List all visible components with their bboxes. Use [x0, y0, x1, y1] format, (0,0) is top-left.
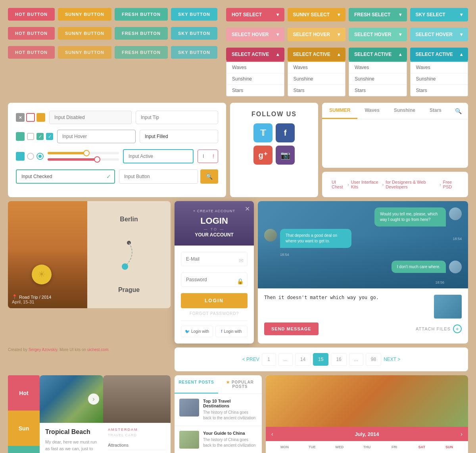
sunny-button-1[interactable]: SUNNY BUTTON — [58, 8, 111, 21]
blue-swatch[interactable] — [16, 152, 25, 161]
search-tab-icon[interactable]: 🔍 — [449, 103, 468, 119]
fresh-tab[interactable]: Fresh — [8, 446, 40, 453]
sunny-select[interactable]: Sunny Select ▾ — [288, 8, 346, 21]
send-message-button[interactable]: SEND MESSAGE — [264, 322, 319, 335]
input-button-field[interactable] — [119, 169, 198, 184]
breadcrumb-item-1[interactable]: UI Chest — [332, 180, 345, 189]
fresh-button-1[interactable]: FRESH BUTTON — [115, 8, 168, 21]
option-waves-sunny[interactable]: Waves — [288, 62, 345, 73]
recent-posts-tab[interactable]: RESENT POSTS — [175, 375, 218, 393]
option-stars-sunny[interactable]: Stars — [288, 85, 345, 96]
option-sunshine-sunny[interactable]: Sunshine — [288, 73, 345, 85]
forgot-password[interactable]: FORGOT PASSWORD? — [181, 311, 248, 316]
login-close-button[interactable]: ✕ — [245, 205, 250, 213]
cal-day-4[interactable]: 4 — [381, 451, 408, 453]
popular-posts-tab[interactable]: ★ POPULAR POSTS — [218, 375, 262, 393]
page-14[interactable]: 14 — [295, 353, 311, 366]
checkbox-empty[interactable] — [27, 133, 34, 140]
input-tip[interactable] — [136, 111, 218, 124]
page-1[interactable]: 1 — [262, 353, 276, 366]
calendar-prev-button[interactable]: ‹ — [271, 431, 273, 437]
sunny-button-3[interactable]: SUNNY BUTTON — [58, 46, 111, 59]
post-title-1[interactable]: Top 10 Travel Destinations — [203, 399, 257, 408]
sun-tab[interactable]: Sun — [8, 411, 40, 446]
chat-textarea[interactable]: Then it doesn't matter which way you go. — [264, 295, 430, 319]
facebook-login-button[interactable]: f Login with — [215, 326, 248, 337]
checkbox-checked-blue[interactable]: ✓ — [46, 133, 53, 140]
sky-select-active[interactable]: Select Active ▴ Waves Sunshine Stars — [410, 48, 468, 96]
sky-select[interactable]: Sky Select ▾ — [410, 8, 468, 21]
input-error[interactable] — [198, 150, 218, 163]
green-swatch[interactable] — [16, 132, 25, 141]
twitter-button[interactable]: 𝕋 — [253, 123, 273, 142]
fresh-select-active[interactable]: Select Active ▴ Waves Sunshine Stars — [349, 48, 407, 96]
breadcrumb-item-3[interactable]: for Designers & Web Developers — [386, 180, 438, 189]
attach-files-button[interactable]: ATTACH FILES + — [416, 324, 462, 333]
next-page-button[interactable]: NEXT > — [384, 357, 400, 362]
email-input[interactable] — [181, 252, 248, 266]
tab-waves[interactable]: Waves — [357, 103, 387, 119]
hot-button-2[interactable]: HOT BUTTON — [8, 27, 55, 40]
login-create-account[interactable]: + CREATE ACCOUNT — [182, 209, 246, 213]
breadcrumb-item-4[interactable]: Free PSD — [443, 180, 459, 189]
blog-nav-arrow[interactable]: › — [88, 393, 99, 405]
attach-plus-icon[interactable]: + — [453, 324, 462, 333]
hot-select-hover[interactable]: Select Hover ▾ — [226, 28, 284, 41]
gplus-button[interactable]: g⁺ — [253, 146, 273, 165]
option-waves-fresh[interactable]: Waves — [349, 62, 407, 73]
sky-button-3[interactable]: SKY BUTTON — [171, 46, 217, 59]
login-button[interactable]: LOGIN — [181, 293, 248, 308]
sunny-select-active[interactable]: Select Active ▴ Waves Sunshine Stars — [288, 48, 346, 96]
cal-day-6[interactable]: 6 — [436, 451, 463, 453]
sky-button-2[interactable]: SKY BUTTON — [171, 27, 217, 40]
amsterdam-menu-1[interactable]: Attractions — [108, 440, 166, 450]
fresh-select[interactable]: Fresh Select ▾ — [349, 8, 407, 21]
page-98[interactable]: 98 — [366, 353, 381, 366]
fresh-button-2[interactable]: FRESH BUTTON — [115, 27, 168, 40]
cal-day-1[interactable]: 1 — [299, 451, 325, 453]
red-outline-swatch[interactable] — [26, 113, 35, 122]
cal-day-5[interactable]: 5 — [409, 451, 435, 453]
sunny-button-2[interactable]: SUNNY BUTTON — [58, 27, 111, 40]
search-button[interactable]: 🔍 — [200, 169, 218, 184]
input-disabled[interactable] — [49, 111, 132, 124]
author-link[interactable]: Sergey Azovskiy — [29, 347, 58, 352]
page-16[interactable]: 16 — [331, 353, 346, 366]
option-stars-sky[interactable]: Stars — [411, 85, 468, 96]
page-15-active[interactable]: 15 — [313, 353, 328, 366]
twitter-login-button[interactable]: 🐦 Login with — [181, 326, 213, 337]
option-sunshine-sky[interactable]: Sunshine — [411, 73, 468, 85]
option-waves-sky[interactable]: Waves — [411, 62, 468, 73]
option-stars-hot[interactable]: Stars — [226, 85, 284, 96]
facebook-button[interactable]: f — [276, 123, 295, 142]
input-checked[interactable] — [16, 169, 115, 184]
tab-sunshine[interactable]: Sunshine — [387, 103, 422, 119]
tab-summer[interactable]: SUMMER — [322, 103, 357, 119]
option-waves-hot[interactable]: Waves — [226, 62, 284, 73]
hot-select[interactable]: Hot Select ▾ — [226, 8, 284, 21]
cal-day-2[interactable]: 2 — [326, 451, 353, 453]
option-stars-fresh[interactable]: Stars — [349, 85, 407, 96]
hot-button-3[interactable]: HOT BUTTON — [8, 46, 55, 59]
fresh-select-hover[interactable]: Select Hover ▾ — [349, 28, 407, 41]
slider-red[interactable] — [48, 158, 119, 161]
breadcrumb-item-2[interactable]: User Interface Kits — [351, 180, 380, 189]
radio-selected[interactable] — [36, 153, 44, 160]
option-sunshine-fresh[interactable]: Sunshine — [349, 73, 407, 85]
fresh-button-3[interactable]: FRESH BUTTON — [115, 46, 168, 59]
sky-button-1[interactable]: SKY BUTTON — [171, 8, 217, 21]
cal-day-3[interactable]: 3 — [353, 451, 380, 453]
hot-button-1[interactable]: HOT BUTTON — [8, 8, 55, 21]
instagram-button[interactable]: 📷 — [276, 146, 295, 165]
checkbox-checked-green[interactable]: ✓ — [36, 133, 44, 140]
input-filled[interactable] — [140, 130, 218, 143]
orange-swatch[interactable] — [36, 113, 45, 122]
calendar-next-button[interactable]: › — [461, 431, 463, 437]
site-link[interactable]: uichest.com — [87, 347, 108, 352]
amsterdam-menu-2[interactable]: Food & Drink — [108, 450, 166, 453]
slider-orange[interactable] — [48, 152, 119, 154]
radio-empty[interactable] — [27, 153, 34, 160]
hot-tab[interactable]: Hot — [8, 375, 40, 411]
input-hover[interactable] — [57, 130, 136, 143]
sunny-select-hover[interactable]: Select Hover ▾ — [288, 28, 346, 41]
